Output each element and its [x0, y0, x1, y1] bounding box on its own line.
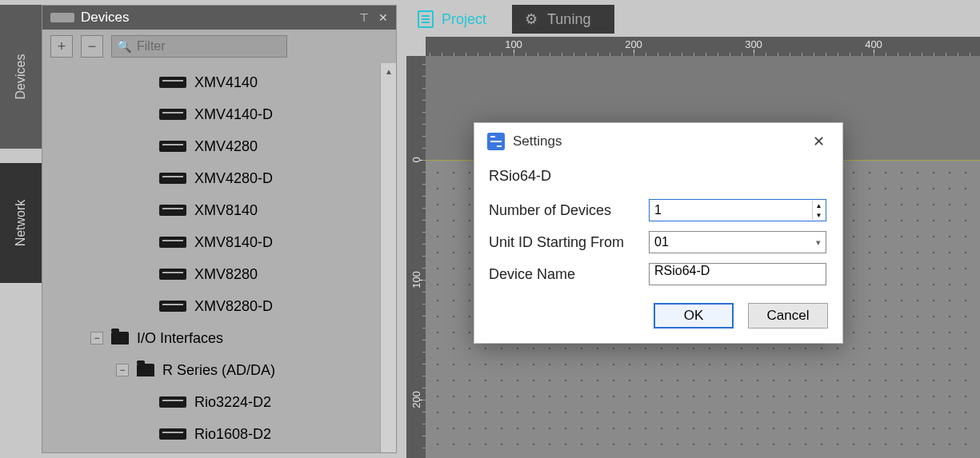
spinner-down-icon[interactable]: ▼ [812, 210, 825, 220]
dialog-device-name: RSio64-D [489, 168, 828, 185]
unit-id-label: Unit ID Starting From [489, 234, 649, 251]
settings-dialog: Settings ✕ RSio64-D Number of Devices ▲ … [474, 122, 843, 344]
device-name-label: Device Name [489, 266, 649, 283]
num-devices-field[interactable]: ▲ ▼ [649, 199, 826, 221]
dialog-mask: Settings ✕ RSio64-D Number of Devices ▲ … [0, 0, 980, 458]
num-devices-input[interactable] [654, 203, 810, 217]
num-devices-label: Number of Devices [489, 202, 649, 219]
ok-button[interactable]: OK [654, 303, 734, 329]
unit-id-select[interactable]: 01 ▾ [649, 231, 826, 253]
dialog-close-icon[interactable]: ✕ [808, 129, 830, 153]
device-name-field[interactable] [649, 263, 826, 285]
settings-icon [487, 133, 505, 150]
dialog-title: Settings [513, 133, 562, 149]
dialog-titlebar: Settings ✕ [474, 123, 842, 160]
dialog-body: RSio64-D Number of Devices ▲ ▼ Unit ID S… [474, 160, 842, 343]
chevron-down-icon: ▾ [816, 237, 821, 248]
cancel-button[interactable]: Cancel [748, 303, 828, 329]
unit-id-value: 01 [654, 235, 669, 249]
device-name-input[interactable] [654, 264, 821, 278]
spinner-up-icon[interactable]: ▲ [812, 201, 825, 210]
